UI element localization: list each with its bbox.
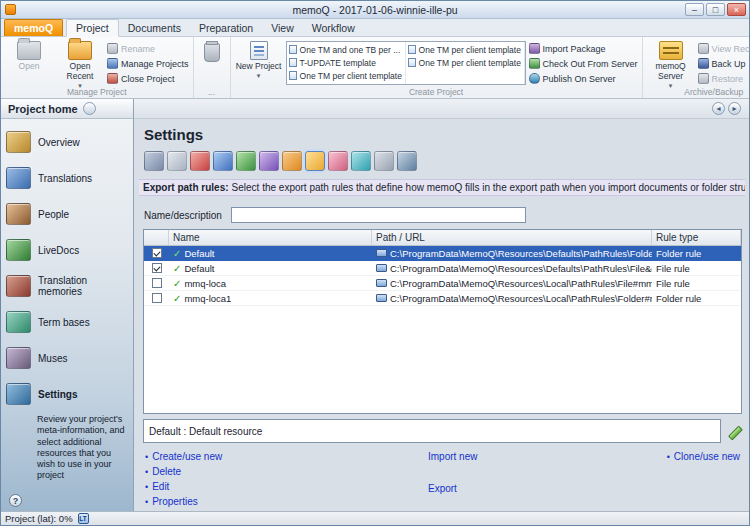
name-description-input[interactable] [231,207,526,223]
lqa-models-icon[interactable] [374,151,394,171]
clone-use-new-link[interactable]: •Clone/use new [667,451,740,462]
row-checkbox[interactable] [152,278,162,288]
settings-description: Review your project's meta-information, … [1,412,133,482]
settings-pane: Settings Export path rules:Se [134,119,749,511]
rule-type: File rule [652,263,741,274]
path-column-header[interactable]: Path / URL [372,230,652,245]
edit-pencil-icon[interactable] [727,424,742,439]
checkbox-column-header[interactable] [144,230,169,245]
nav-forward-button[interactable]: ▸ [728,102,741,115]
delete-link[interactable]: •Delete [145,466,181,477]
table-row[interactable]: ✓Default C:\ProgramData\MemoQ\Resources\… [144,246,741,261]
tab-preparation[interactable]: Preparation [190,20,262,36]
project-home-title: Project home [8,103,78,115]
tab-view[interactable]: View [262,20,303,36]
table-row[interactable]: ✓Default C:\ProgramData\MemoQ\Resources\… [144,261,741,276]
import-package-label: Import Package [543,44,606,54]
segmentation-rules-icon[interactable] [167,151,187,171]
memoq-server-icon [659,41,683,60]
import-package-button[interactable]: Import Package [529,42,638,55]
row-checkbox[interactable] [152,248,162,258]
table-row[interactable]: ✓mmq-loca C:\ProgramData\MemoQ\Resources… [144,276,741,291]
tab-documents[interactable]: Documents [119,20,190,36]
general-settings-icon[interactable] [144,151,164,171]
memoq-server-button[interactable]: memoQ Server ▾ [647,40,695,89]
ignore-lists-icon[interactable] [328,151,348,171]
sidebar-item-livedocs[interactable]: LiveDocs [1,232,133,268]
muses-icon [6,347,31,369]
project-progress-label: Project (lat): 0% [5,513,73,524]
help-icon[interactable]: ? [9,494,22,507]
tab-project[interactable]: Project [66,19,119,37]
rule-path: C:\ProgramData\MemoQ\Resources\Local\Pat… [390,278,652,289]
import-new-link[interactable]: Import new [428,451,477,462]
row-checkbox[interactable] [152,293,162,303]
name-column-header[interactable]: Name [169,230,372,245]
tab-workflow[interactable]: Workflow [303,20,364,36]
auto-translation-rules-icon[interactable] [282,151,302,171]
new-project-button[interactable]: New Project ▾ [235,40,283,79]
maximize-button[interactable]: □ [706,3,725,16]
livedocs-settings-icon[interactable] [236,151,256,171]
project-home-pin-button[interactable] [83,102,96,115]
language-terminal-icon[interactable]: LT [78,513,89,524]
manage-projects-icon [107,58,118,69]
stop-word-lists-icon[interactable] [351,151,371,171]
template-item[interactable]: One TM per client template 2 [408,43,522,56]
template-item[interactable]: One TM per client template 2 [289,69,403,82]
properties-link[interactable]: •Properties [145,496,198,507]
restore-button[interactable]: Restore [698,72,750,85]
template-label: One TM per client template 2 [300,71,403,81]
rename-button[interactable]: Rename [107,42,189,55]
template-item[interactable]: T-UPDATE template [289,56,403,69]
minimize-button[interactable]: – [685,3,704,16]
create-use-new-link[interactable]: •Create/use new [145,451,222,462]
open-label: Open [19,62,40,72]
edit-link[interactable]: •Edit [145,481,169,492]
group-label-dots: ... [194,87,230,97]
sidebar-item-muses[interactable]: Muses [1,340,133,376]
manage-projects-button[interactable]: Manage Projects [107,57,189,70]
sidebar-item-overview[interactable]: Overview [1,124,133,160]
open-button[interactable]: Open [5,40,53,72]
sidebar-item-label: Muses [38,353,67,364]
export-path-rules-icon[interactable] [305,151,325,171]
rule-type-column-header[interactable]: Rule type [652,230,741,245]
sidebar-item-label: Translation memories [38,275,128,297]
sidebar-item-people[interactable]: People [1,196,133,232]
template-label: One TM and one TB per ... [300,45,401,55]
filter-row: Name/description [144,207,742,223]
font-substitution-icon[interactable] [397,151,417,171]
import-package-icon [529,43,540,54]
nav-back-button[interactable]: ◂ [712,102,725,115]
view-recycle-bin-button[interactable]: View Recycle Bin [698,42,750,55]
new-project-label: New Project [236,62,282,72]
sidebar-item-translations[interactable]: Translations [1,160,133,196]
close-button[interactable]: × [727,3,746,16]
tab-memoq[interactable]: memoQ [4,19,63,36]
sidebar-item-translation-memories[interactable]: Translation memories [1,268,133,304]
muses-settings-icon[interactable] [259,151,279,171]
window-title: memoQ - 2017-01-06-winnie-ille-pu [1,4,749,16]
body: Project home Overview Translations Peopl… [1,99,749,511]
qa-settings-icon[interactable] [190,151,210,171]
check-out-from-server-button[interactable]: Check Out From Server [529,57,638,70]
template-column-1: One TM and one TB per ... T-UPDATE templ… [287,42,406,84]
monitor-icon [376,279,387,287]
template-item[interactable]: One TM per client template [408,56,522,69]
open-recent-button[interactable]: Open Recent ▾ [56,40,104,89]
check-out-icon [529,58,540,69]
template-item[interactable]: One TM and one TB per ... [289,43,403,56]
back-up-button[interactable]: Back Up [698,57,750,70]
publish-on-server-button[interactable]: Publish On Server [529,72,638,85]
export-link[interactable]: Export [428,483,457,494]
memoq-window: memoQ - 2017-01-06-winnie-ille-pu – □ × … [0,0,750,526]
bullet-icon: • [145,482,148,492]
sidebar-item-settings[interactable]: Settings [1,376,133,412]
tm-settings-icon[interactable] [213,151,233,171]
row-checkbox[interactable] [152,263,162,273]
table-row[interactable]: ✓mmq-loca1 C:\ProgramData\MemoQ\Resource… [144,291,741,306]
delete-project-button[interactable] [198,40,226,64]
sidebar-item-term-bases[interactable]: Term bases [1,304,133,340]
close-project-button[interactable]: Close Project [107,72,189,85]
